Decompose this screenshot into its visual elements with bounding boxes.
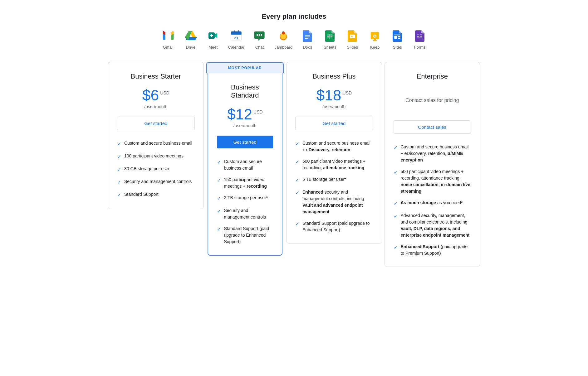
feature-text: Standard Support (paid upgrade to Enhanc…: [302, 220, 373, 233]
svg-rect-31: [373, 40, 377, 41]
price-usd-starter: USD: [160, 88, 169, 95]
checkmark-icon: ✓: [394, 169, 398, 176]
sites-icon: [390, 28, 405, 43]
app-item-sites: Sites: [390, 28, 405, 50]
feature-text: 500 participant video meetings + recordi…: [302, 158, 373, 171]
plan-card-enterprise: Enterprise Contact sales for pricing Con…: [385, 62, 480, 267]
svg-point-9: [259, 34, 260, 36]
price-dollar-standard: $12: [227, 107, 252, 122]
price-row-plus: $18 USD: [295, 88, 373, 103]
feature-text: Standard Support (paid upgrade to Enhanc…: [224, 225, 273, 245]
app-label-docs: Docs: [303, 45, 312, 50]
checkmark-icon: ✓: [295, 189, 299, 197]
price-row-starter: $6 USD: [117, 88, 195, 103]
section-title: Every plan includes: [107, 12, 481, 21]
svg-rect-23: [327, 38, 330, 38]
contact-sales-button[interactable]: Contact sales: [394, 120, 471, 134]
checkmark-icon: ✓: [117, 153, 121, 161]
feature-text: 100 participant video meetings: [124, 153, 184, 159]
plan-card-starter: Business Starter $6 USD /user/month Get …: [108, 62, 204, 209]
svg-rect-3: [231, 34, 241, 35]
svg-rect-15: [283, 31, 284, 33]
checkmark-icon: ✓: [394, 200, 398, 207]
app-item-slides: Slides: [345, 28, 360, 50]
app-item-docs: Docs: [300, 28, 315, 50]
price-dollar-plus: $18: [316, 88, 341, 103]
feature-item: ✓ 150 participant video meetings + recor…: [217, 176, 273, 190]
docs-icon: [300, 28, 315, 43]
feature-item: ✓ Standard Support: [117, 191, 195, 199]
price-usd-standard: USD: [253, 107, 263, 114]
app-label-drive: Drive: [186, 45, 195, 50]
apps-row: Gmail Drive Meet 31 Calendar: [107, 28, 481, 50]
sheets-icon: [322, 28, 337, 43]
svg-rect-16: [305, 35, 310, 36]
checkmark-icon: ✓: [217, 226, 221, 233]
price-period-starter: /user/month: [117, 104, 195, 109]
svg-rect-39: [420, 35, 423, 35]
svg-rect-17: [305, 36, 310, 37]
feature-item: ✓ Custom and secure business email: [117, 140, 195, 148]
feature-item: ✓ Custom and secure business email: [217, 158, 273, 171]
feature-item: ✓ Custom and secure business email + eDi…: [295, 140, 373, 153]
checkmark-icon: ✓: [295, 140, 299, 148]
feature-item: ✓ 100 participant video meetings: [117, 153, 195, 161]
app-item-sheets: Sheets: [322, 28, 337, 50]
app-label-chat: Chat: [255, 45, 264, 50]
app-item-gmail: Gmail: [161, 28, 176, 50]
feature-item: ✓ 500 participant video meetings + recor…: [394, 168, 471, 195]
feature-text: As much storage as you need*: [401, 200, 463, 206]
app-item-drive: Drive: [183, 28, 198, 50]
app-label-gmail: Gmail: [163, 45, 174, 50]
svg-rect-38: [417, 35, 419, 35]
feature-text: Enhanced security and management control…: [302, 189, 373, 215]
feature-item: ✓ 500 participant video meetings + recor…: [295, 158, 373, 171]
feature-item: ✓ Enhanced Support (paid upgrade to Prem…: [394, 243, 471, 257]
feature-text: Enhanced Support (paid upgrade to Premiu…: [401, 243, 471, 257]
app-label-sheets: Sheets: [324, 45, 336, 50]
checkmark-icon: ✓: [295, 176, 299, 184]
app-label-meet: Meet: [208, 45, 218, 50]
price-usd-plus: USD: [343, 88, 352, 95]
price-period-plus: /user/month: [295, 104, 373, 109]
svg-rect-34: [394, 35, 400, 36]
feature-item: ✓ As much storage as you need*: [394, 200, 471, 207]
app-item-meet: Meet: [206, 28, 221, 50]
plan-card-plus: Business Plus $18 USD /user/month Get st…: [286, 62, 382, 243]
svg-rect-24: [331, 38, 333, 38]
price-row-standard: $12 USD: [217, 107, 273, 122]
plan-name-enterprise: Enterprise: [394, 72, 471, 80]
most-popular-banner: MOST POPULAR: [206, 62, 284, 73]
app-label-sites: Sites: [393, 45, 402, 50]
app-label-keep: Keep: [370, 45, 380, 50]
checkmark-icon: ✓: [217, 208, 221, 215]
feature-text: 2 TB storage per user*: [224, 195, 268, 201]
checkmark-icon: ✓: [117, 166, 121, 173]
svg-rect-18: [305, 38, 309, 39]
svg-rect-26: [327, 36, 334, 36]
feature-text: Security and management controls: [224, 207, 273, 220]
get-started-button-standard[interactable]: Get started: [217, 136, 273, 148]
svg-rect-6: [238, 30, 239, 32]
feature-text: 5 TB storage per user*: [302, 176, 346, 183]
feature-text: 30 GB storage per user: [124, 166, 170, 172]
checkmark-icon: ✓: [295, 220, 299, 228]
meet-icon: [206, 28, 221, 43]
checkmark-icon: ✓: [295, 158, 299, 166]
feature-text: Advanced security, management, and compl…: [401, 212, 471, 239]
feature-text: Custom and secure business email + eDisc…: [302, 140, 373, 153]
price-dollar-starter: $6: [142, 88, 159, 103]
app-item-forms: Forms: [412, 28, 427, 50]
popular-wrapper: MOST POPULAR Business Standard $12 USD /…: [206, 62, 284, 256]
get-started-button-plus[interactable]: Get started: [295, 117, 373, 130]
chat-icon: [252, 28, 267, 43]
feature-text: Custom and secure business email: [224, 158, 273, 171]
get-started-button-starter[interactable]: Get started: [117, 117, 195, 130]
svg-rect-25: [330, 34, 330, 39]
app-label-calendar: Calendar: [228, 45, 245, 50]
svg-rect-35: [394, 36, 397, 39]
features-list-standard: ✓ Custom and secure business email ✓ 150…: [217, 158, 273, 245]
app-label-forms: Forms: [414, 45, 426, 50]
plans-container: Business Starter $6 USD /user/month Get …: [107, 62, 481, 267]
drive-icon: [183, 28, 198, 43]
